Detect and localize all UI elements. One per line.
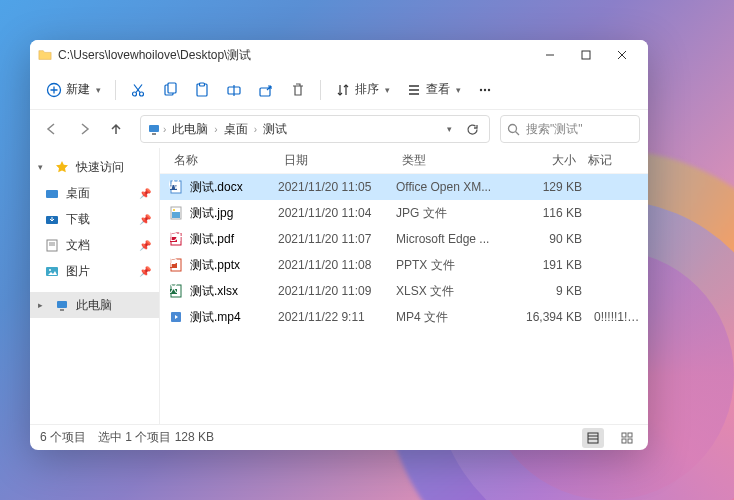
file-row[interactable]: X测试.xlsx2021/11/20 11:09XLSX 文件9 KB — [160, 278, 648, 304]
file-row[interactable]: P测试.pptx2021/11/20 11:08PPTX 文件191 KB — [160, 252, 648, 278]
chevron-right-icon: › — [163, 124, 166, 135]
file-type: Microsoft Edge ... — [396, 232, 512, 246]
svg-point-24 — [484, 88, 486, 90]
item-count: 6 个项目 — [40, 429, 86, 446]
rename-button[interactable] — [220, 75, 248, 105]
rename-icon — [226, 82, 242, 98]
expand-icon[interactable]: ▾ — [38, 162, 48, 172]
back-button[interactable] — [38, 115, 66, 143]
this-pc-label: 此电脑 — [76, 297, 112, 314]
more-button[interactable] — [471, 75, 499, 105]
new-label: 新建 — [66, 81, 90, 98]
forward-button[interactable] — [70, 115, 98, 143]
file-icon — [168, 309, 184, 325]
svg-rect-59 — [628, 433, 632, 437]
col-name[interactable]: 名称 — [168, 152, 278, 169]
pin-icon: 📌 — [139, 240, 151, 251]
breadcrumb-segment[interactable]: 桌面 — [220, 121, 252, 138]
col-tag[interactable]: 标记 — [582, 152, 640, 169]
svg-rect-27 — [152, 133, 156, 135]
svg-point-36 — [49, 269, 51, 271]
more-icon — [477, 82, 493, 98]
refresh-button[interactable] — [461, 118, 483, 140]
sidebar-item-downloads[interactable]: 下载 📌 — [30, 206, 159, 232]
sidebar-this-pc[interactable]: ▸ 此电脑 — [30, 292, 159, 318]
sidebar-item-documents[interactable]: 文档 📌 — [30, 232, 159, 258]
status-bar: 6 个项目 选中 1 个项目 128 KB — [30, 424, 648, 450]
sidebar-item-label: 下载 — [66, 211, 90, 228]
separator — [320, 80, 321, 100]
file-name: 测试.pptx — [190, 257, 278, 274]
sort-icon — [335, 82, 351, 98]
delete-button[interactable] — [284, 75, 312, 105]
toolbar: 新建 ▾ 排序 ▾ 查看 ▾ — [30, 70, 648, 110]
svg-rect-37 — [57, 301, 67, 308]
paste-button[interactable] — [188, 75, 216, 105]
folder-icon — [44, 211, 60, 227]
cut-button[interactable] — [124, 75, 152, 105]
view-button[interactable]: 查看 ▾ — [400, 75, 467, 105]
thumbnails-view-button[interactable] — [616, 428, 638, 448]
col-type[interactable]: 类型 — [396, 152, 512, 169]
up-button[interactable] — [102, 115, 130, 143]
svg-point-25 — [488, 88, 490, 90]
breadcrumb[interactable]: › 此电脑 › 桌面 › 测试 ▾ — [140, 115, 490, 143]
close-button[interactable] — [604, 41, 640, 69]
maximize-button[interactable] — [568, 41, 604, 69]
copy-button[interactable] — [156, 75, 184, 105]
new-button[interactable]: 新建 ▾ — [40, 75, 107, 105]
breadcrumb-segment[interactable]: 此电脑 — [168, 121, 212, 138]
sidebar-item-label: 文档 — [66, 237, 90, 254]
svg-rect-12 — [168, 83, 176, 93]
expand-icon[interactable]: ▸ — [38, 300, 48, 310]
file-type: XLSX 文件 — [396, 283, 512, 300]
explorer-window: C:\Users\lovewhoilove\Desktop\测试 新建 ▾ 排序… — [30, 40, 648, 450]
search-input[interactable]: 搜索"测试" — [500, 115, 640, 143]
sidebar-quick-access[interactable]: ▾ 快速访问 — [30, 154, 159, 180]
chevron-right-icon: › — [214, 124, 217, 135]
sort-label: 排序 — [355, 81, 379, 98]
svg-point-7 — [133, 92, 137, 96]
svg-point-44 — [173, 209, 175, 211]
sort-button[interactable]: 排序 ▾ — [329, 75, 396, 105]
navbar: › 此电脑 › 桌面 › 测试 ▾ 搜索"测试" — [30, 110, 648, 148]
svg-line-29 — [516, 131, 520, 135]
chevron-right-icon: › — [254, 124, 257, 135]
file-type: MP4 文件 — [396, 309, 512, 326]
file-row[interactable]: 测试.jpg2021/11/20 11:04JPG 文件116 KB — [160, 200, 648, 226]
sidebar: ▾ 快速访问 桌面 📌 下载 📌 文档 📌 图片 — [30, 148, 160, 424]
sidebar-item-desktop[interactable]: 桌面 📌 — [30, 180, 159, 206]
sidebar-item-label: 图片 — [66, 263, 90, 280]
column-headers[interactable]: 名称 日期 类型 大小 标记 — [160, 148, 648, 174]
sidebar-item-pictures[interactable]: 图片 📌 — [30, 258, 159, 284]
file-date: 2021/11/20 11:04 — [278, 206, 396, 220]
col-date[interactable]: 日期 — [278, 152, 396, 169]
file-row[interactable]: W测试.docx2021/11/20 11:05Office Open XM..… — [160, 174, 648, 200]
file-type: PPTX 文件 — [396, 257, 512, 274]
pin-icon: 📌 — [139, 214, 151, 225]
paste-icon — [194, 82, 210, 98]
titlebar[interactable]: C:\Users\lovewhoilove\Desktop\测试 — [30, 40, 648, 70]
file-date: 2021/11/20 11:08 — [278, 258, 396, 272]
file-row[interactable]: PDF测试.pdf2021/11/20 11:07Microsoft Edge … — [160, 226, 648, 252]
file-tag: 0!!!!!1!!0!!... — [582, 310, 640, 324]
file-size: 16,394 KB — [512, 310, 582, 324]
file-row[interactable]: 测试.mp42021/11/22 9:11MP4 文件16,394 KB0!!!… — [160, 304, 648, 330]
svg-rect-38 — [60, 309, 64, 311]
breadcrumb-segment[interactable]: 测试 — [259, 121, 291, 138]
file-size: 116 KB — [512, 206, 582, 220]
minimize-button[interactable] — [532, 41, 568, 69]
folder-icon — [44, 237, 60, 253]
col-size[interactable]: 大小 — [512, 152, 582, 169]
sidebar-item-label: 桌面 — [66, 185, 90, 202]
share-button[interactable] — [252, 75, 280, 105]
copy-icon — [162, 82, 178, 98]
svg-rect-30 — [46, 190, 58, 198]
details-view-button[interactable] — [582, 428, 604, 448]
file-icon: W — [168, 179, 184, 195]
svg-text:X: X — [169, 284, 177, 296]
pc-icon — [54, 297, 70, 313]
view-label: 查看 — [426, 81, 450, 98]
history-dropdown[interactable]: ▾ — [437, 118, 459, 140]
svg-point-8 — [140, 92, 144, 96]
